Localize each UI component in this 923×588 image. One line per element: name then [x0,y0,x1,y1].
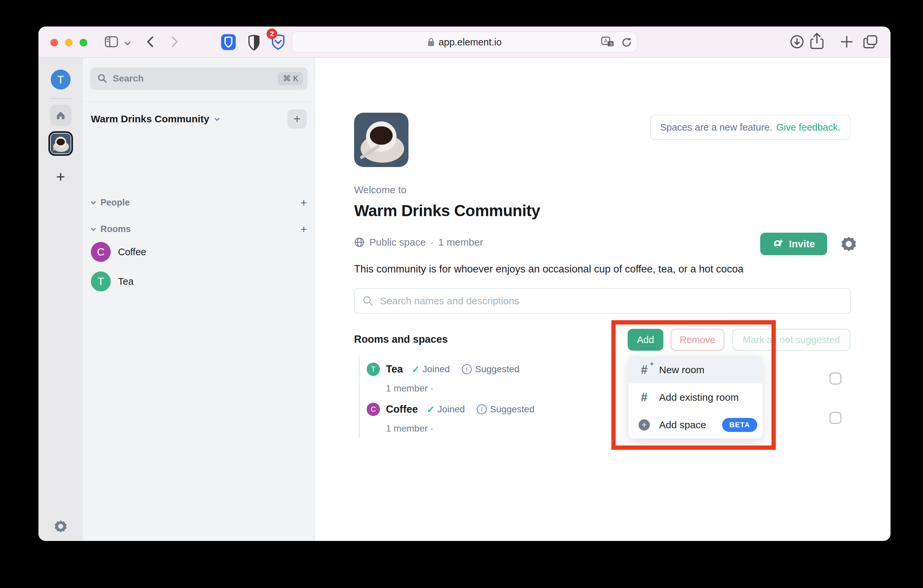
remove-button[interactable]: Remove [671,329,724,351]
minimize-window-button[interactable] [65,39,72,46]
plus-circle-icon: + [638,419,650,430]
coffee-room-avatar: C [367,403,380,416]
space-name-header[interactable]: Warm Drinks Community [91,113,218,125]
svg-text:文: 文 [609,42,613,46]
new-tab-button[interactable] [839,34,854,49]
check-icon: ✓ [426,404,435,415]
chevron-down-icon [215,116,220,121]
space-settings-gear-icon[interactable] [839,233,859,255]
hierarchy-tree-line [359,356,360,438]
sidebar-room-coffee[interactable]: C Coffee [91,242,146,262]
member-count-label: 1 member [438,237,483,248]
rooms-and-spaces-heading: Rooms and spaces [354,333,448,345]
page-title: Warm Drinks Community [354,202,540,220]
address-bar[interactable]: app.element.io A文 [292,31,637,53]
room-row-name: Tea [386,363,403,375]
space-visibility-label: Public space [370,237,426,248]
search-icon [97,74,107,84]
check-icon: ✓ [411,364,420,375]
close-window-button[interactable] [50,39,58,46]
suggested-status: iSuggested [462,364,519,374]
welcome-label: Welcome to [354,184,406,195]
lock-icon [427,37,435,47]
rooms-search-placeholder: Search names and descriptions [380,295,519,307]
add-to-space-button[interactable]: + [287,109,307,129]
reload-icon[interactable] [621,36,632,48]
row-checkbox-coffee[interactable] [829,412,841,424]
row-checkbox-tea[interactable] [829,373,841,384]
add-room-button[interactable]: + [301,223,307,236]
spaces-feedback-banner: Spaces are a new feature. Give feedback. [650,115,851,140]
mark-not-suggested-button[interactable]: Mark as not suggested [732,329,851,351]
menu-item-add-existing-room[interactable]: # Add existing room [629,383,762,411]
info-icon: i [462,364,472,374]
space-room-row-tea[interactable]: T Tea ✓Joined iSuggested [367,363,519,376]
create-space-button[interactable]: + [38,168,83,186]
home-button[interactable] [50,105,71,126]
hash-icon: # [638,391,650,404]
space-home-view: Spaces are a new feature. Give feedback.… [315,57,890,540]
room-name-label: Coffee [118,246,146,258]
rooms-section-label: Rooms [100,224,294,234]
space-meta-row: Public space · 1 member [354,237,483,248]
home-icon [55,110,66,121]
coffee-room-avatar: C [91,242,111,262]
invite-person-icon [772,238,784,250]
invite-button[interactable]: Invite [760,233,827,255]
space-room-row-coffee[interactable]: C Coffee ✓Joined iSuggested [367,403,534,416]
tea-room-avatar: T [91,271,111,291]
search-shortcut-badge: ⌘ K [278,72,303,85]
room-row-name: Coffee [386,403,418,415]
extension-badge: 2 [266,28,277,39]
globe-icon [354,237,365,248]
search-icon [363,296,373,306]
space-name-label: Warm Drinks Community [91,113,209,125]
rooms-search-input[interactable]: Search names and descriptions [354,288,851,314]
spaces-rail: T + [38,57,83,540]
tab-overview-button[interactable] [863,34,878,49]
meta-separator: · [430,237,434,248]
svg-text:A: A [604,38,608,44]
sidebar-menu-chevron-icon[interactable] [125,40,130,46]
add-button[interactable]: Add [627,329,664,351]
give-feedback-link[interactable]: Give feedback. [777,122,841,133]
shield-extension-icon[interactable] [247,34,261,51]
zoom-window-button[interactable] [80,39,87,46]
people-chevron-icon [91,200,96,205]
share-button[interactable] [810,33,824,50]
tea-room-avatar: T [367,363,380,376]
room-name-label: Tea [118,276,134,287]
suggested-status: iSuggested [477,404,534,415]
space-avatar[interactable] [354,113,409,167]
hash-plus-icon: #+ [638,363,650,377]
back-button[interactable] [144,34,157,50]
people-section-header[interactable]: People + [91,196,307,209]
room-row-meta: 1 member · [386,423,433,434]
translate-icon[interactable]: A文 [601,36,615,49]
sidebar-toggle-icon[interactable] [104,34,119,49]
forward-button[interactable] [168,34,181,50]
rooms-section-header[interactable]: Rooms + [91,223,307,236]
beta-badge: BETA [722,418,757,432]
room-row-meta: 1 member · [386,383,433,394]
password-manager-extension-icon[interactable] [220,33,237,51]
invite-button-label: Invite [789,238,815,250]
url-text: app.element.io [439,37,502,48]
info-icon: i [477,404,487,414]
sidebar-search-input[interactable]: Search ⌘ K [90,67,308,90]
browser-titlebar: 2 app.element.io A文 [38,26,890,57]
joined-status: ✓Joined [411,364,450,375]
active-space-button[interactable] [48,131,73,156]
quick-settings-gear-icon[interactable] [38,520,83,533]
menu-item-new-room[interactable]: #+ New room [629,356,762,383]
add-dropdown-menu: #+ New room # Add existing room + Add sp… [629,356,762,439]
user-avatar[interactable]: T [51,70,71,89]
menu-item-add-space[interactable]: + Add space BETA [629,411,762,439]
add-people-button[interactable]: + [301,196,307,209]
people-section-label: People [100,197,294,208]
downloads-button[interactable] [790,34,804,49]
sidebar-search-placeholder: Search [113,73,273,84]
space-description: This community is for whoever enjoys an … [354,263,744,275]
joined-status: ✓Joined [426,404,465,415]
sidebar-room-tea[interactable]: T Tea [91,271,134,291]
